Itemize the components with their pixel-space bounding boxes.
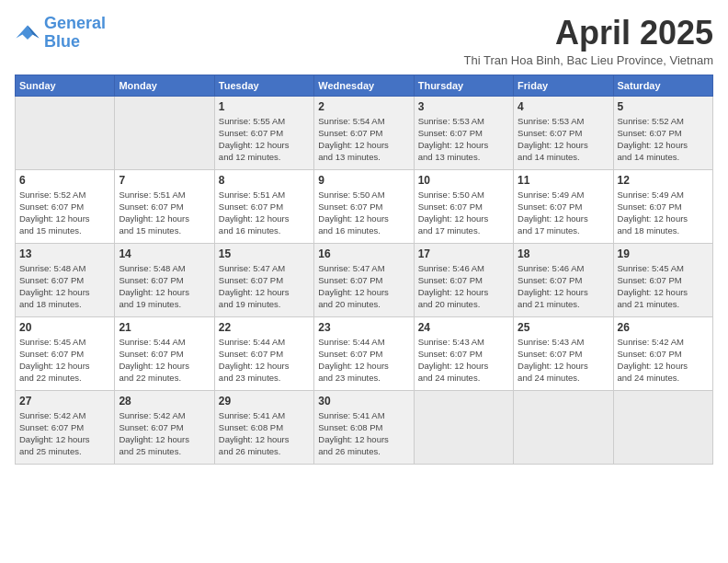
day-info: Sunrise: 5:46 AM Sunset: 6:07 PM Dayligh… [518,262,609,311]
day-info: Sunrise: 5:46 AM Sunset: 6:07 PM Dayligh… [418,262,509,311]
day-info: Sunrise: 5:54 AM Sunset: 6:07 PM Dayligh… [318,115,409,164]
day-info: Sunrise: 5:48 AM Sunset: 6:07 PM Dayligh… [19,262,110,311]
weekday-header: Sunday [16,75,115,96]
calendar-cell: 2Sunrise: 5:54 AM Sunset: 6:07 PM Daylig… [314,96,414,169]
calendar-cell: 4Sunrise: 5:53 AM Sunset: 6:07 PM Daylig… [514,96,613,169]
calendar-cell: 22Sunrise: 5:44 AM Sunset: 6:07 PM Dayli… [214,316,313,390]
calendar-cell: 26Sunrise: 5:42 AM Sunset: 6:07 PM Dayli… [613,316,712,390]
day-number: 5 [618,100,709,113]
day-number: 15 [219,247,310,260]
title-block: April 2025 Thi Tran Hoa Binh, Bac Lieu P… [464,15,713,67]
day-info: Sunrise: 5:51 AM Sunset: 6:07 PM Dayligh… [119,189,210,237]
day-info: Sunrise: 5:43 AM Sunset: 6:07 PM Dayligh… [418,336,509,385]
day-info: Sunrise: 5:42 AM Sunset: 6:07 PM Dayligh… [119,409,210,458]
day-info: Sunrise: 5:53 AM Sunset: 6:07 PM Dayligh… [518,115,609,164]
day-info: Sunrise: 5:49 AM Sunset: 6:07 PM Dayligh… [618,189,709,237]
calendar-cell: 20Sunrise: 5:45 AM Sunset: 6:07 PM Dayli… [16,316,115,390]
day-number: 4 [518,100,609,113]
weekday-header: Thursday [414,75,513,96]
day-number: 6 [19,174,110,187]
day-number: 9 [318,174,409,187]
calendar-cell: 8Sunrise: 5:51 AM Sunset: 6:07 PM Daylig… [214,169,313,243]
calendar-cell: 17Sunrise: 5:46 AM Sunset: 6:07 PM Dayli… [414,243,513,316]
day-number: 19 [618,247,709,260]
calendar-cell: 11Sunrise: 5:49 AM Sunset: 6:07 PM Dayli… [514,169,613,243]
weekday-header: Monday [115,75,214,96]
day-number: 2 [318,100,409,113]
calendar-header-row: SundayMondayTuesdayWednesdayThursdayFrid… [16,75,713,96]
calendar-week-row: 20Sunrise: 5:45 AM Sunset: 6:07 PM Dayli… [16,316,713,390]
calendar-week-row: 6Sunrise: 5:52 AM Sunset: 6:07 PM Daylig… [16,169,713,243]
calendar-cell: 3Sunrise: 5:53 AM Sunset: 6:07 PM Daylig… [414,96,513,169]
calendar-cell: 16Sunrise: 5:47 AM Sunset: 6:07 PM Dayli… [314,243,414,316]
month-title: April 2025 [464,15,713,52]
page-header: General Blue April 2025 Thi Tran Hoa Bin… [15,15,713,67]
day-info: Sunrise: 5:41 AM Sunset: 6:08 PM Dayligh… [318,409,409,458]
weekday-header: Tuesday [214,75,313,96]
location-subtitle: Thi Tran Hoa Binh, Bac Lieu Province, Vi… [464,53,713,67]
calendar-cell: 7Sunrise: 5:51 AM Sunset: 6:07 PM Daylig… [115,169,214,243]
day-info: Sunrise: 5:47 AM Sunset: 6:07 PM Dayligh… [318,262,409,311]
svg-marker-0 [16,25,39,39]
day-number: 21 [119,321,210,334]
calendar-cell: 29Sunrise: 5:41 AM Sunset: 6:08 PM Dayli… [214,390,313,464]
calendar-cell [414,390,513,464]
day-number: 25 [518,321,609,334]
day-info: Sunrise: 5:45 AM Sunset: 6:07 PM Dayligh… [19,336,110,385]
day-number: 18 [518,247,609,260]
day-number: 16 [318,247,409,260]
day-info: Sunrise: 5:50 AM Sunset: 6:07 PM Dayligh… [318,189,409,237]
day-number: 3 [418,100,509,113]
day-number: 23 [318,321,409,334]
calendar-cell: 18Sunrise: 5:46 AM Sunset: 6:07 PM Dayli… [514,243,613,316]
calendar-cell: 24Sunrise: 5:43 AM Sunset: 6:07 PM Dayli… [414,316,513,390]
day-number: 22 [219,321,310,334]
day-info: Sunrise: 5:52 AM Sunset: 6:07 PM Dayligh… [618,115,709,164]
day-info: Sunrise: 5:41 AM Sunset: 6:08 PM Dayligh… [219,409,310,458]
day-number: 1 [219,100,310,113]
calendar-cell: 23Sunrise: 5:44 AM Sunset: 6:07 PM Dayli… [314,316,414,390]
weekday-header: Saturday [613,75,712,96]
calendar-table: SundayMondayTuesdayWednesdayThursdayFrid… [15,75,713,465]
day-number: 30 [318,395,409,408]
calendar-cell: 14Sunrise: 5:48 AM Sunset: 6:07 PM Dayli… [115,243,214,316]
day-number: 29 [219,395,310,408]
calendar-cell [115,96,214,169]
calendar-cell: 13Sunrise: 5:48 AM Sunset: 6:07 PM Dayli… [16,243,115,316]
calendar-cell: 28Sunrise: 5:42 AM Sunset: 6:07 PM Dayli… [115,390,214,464]
weekday-header: Friday [514,75,613,96]
calendar-cell [16,96,115,169]
calendar-cell [613,390,712,464]
logo: General Blue [15,15,106,52]
day-number: 24 [418,321,509,334]
day-info: Sunrise: 5:44 AM Sunset: 6:07 PM Dayligh… [219,336,310,385]
day-info: Sunrise: 5:48 AM Sunset: 6:07 PM Dayligh… [119,262,210,311]
weekday-header: Wednesday [314,75,414,96]
calendar-cell: 1Sunrise: 5:55 AM Sunset: 6:07 PM Daylig… [214,96,313,169]
calendar-cell: 9Sunrise: 5:50 AM Sunset: 6:07 PM Daylig… [314,169,414,243]
day-number: 8 [219,174,310,187]
calendar-cell: 6Sunrise: 5:52 AM Sunset: 6:07 PM Daylig… [16,169,115,243]
day-info: Sunrise: 5:42 AM Sunset: 6:07 PM Dayligh… [618,336,709,385]
calendar-cell: 27Sunrise: 5:42 AM Sunset: 6:07 PM Dayli… [16,390,115,464]
day-info: Sunrise: 5:50 AM Sunset: 6:07 PM Dayligh… [418,189,509,237]
day-info: Sunrise: 5:53 AM Sunset: 6:07 PM Dayligh… [418,115,509,164]
day-number: 7 [119,174,210,187]
day-number: 12 [618,174,709,187]
day-info: Sunrise: 5:43 AM Sunset: 6:07 PM Dayligh… [518,336,609,385]
day-number: 11 [518,174,609,187]
logo-icon [15,20,40,46]
calendar-cell: 10Sunrise: 5:50 AM Sunset: 6:07 PM Dayli… [414,169,513,243]
calendar-cell: 12Sunrise: 5:49 AM Sunset: 6:07 PM Dayli… [613,169,712,243]
calendar-cell: 25Sunrise: 5:43 AM Sunset: 6:07 PM Dayli… [514,316,613,390]
day-number: 28 [119,395,210,408]
calendar-cell: 30Sunrise: 5:41 AM Sunset: 6:08 PM Dayli… [314,390,414,464]
day-info: Sunrise: 5:51 AM Sunset: 6:07 PM Dayligh… [219,189,310,237]
day-number: 26 [618,321,709,334]
day-info: Sunrise: 5:47 AM Sunset: 6:07 PM Dayligh… [219,262,310,311]
day-info: Sunrise: 5:49 AM Sunset: 6:07 PM Dayligh… [518,189,609,237]
calendar-week-row: 1Sunrise: 5:55 AM Sunset: 6:07 PM Daylig… [16,96,713,169]
day-info: Sunrise: 5:44 AM Sunset: 6:07 PM Dayligh… [119,336,210,385]
day-info: Sunrise: 5:45 AM Sunset: 6:07 PM Dayligh… [618,262,709,311]
day-info: Sunrise: 5:44 AM Sunset: 6:07 PM Dayligh… [318,336,409,385]
